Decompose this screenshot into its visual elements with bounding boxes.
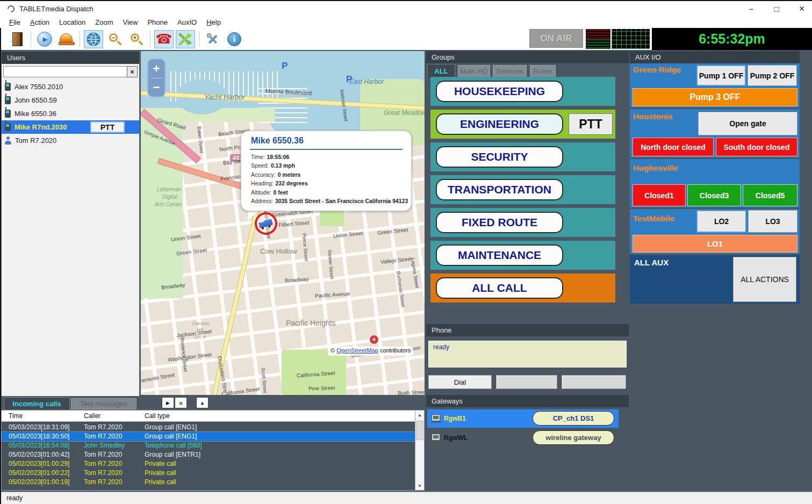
users-panel: Users × Alex 7550.2010John 6550.59Mike 6… — [1, 51, 140, 397]
menu-item-action[interactable]: Action — [25, 17, 54, 27]
popup-field-label: Time: — [251, 154, 265, 160]
map-panel[interactable]: Yacht HarborEast HarborMarina BoulevardG… — [141, 51, 425, 395]
dial-button[interactable]: Dial — [428, 375, 492, 389]
play-icon[interactable]: ▶ — [35, 30, 54, 48]
scroll-down-button[interactable]: ▼ — [415, 481, 424, 490]
phone-status-display[interactable]: ready — [428, 341, 627, 368]
toolbar-separator — [150, 31, 150, 47]
map-label: Bush Street — [398, 389, 425, 395]
group-call-button[interactable]: ALL CALL — [436, 277, 563, 299]
gateway-row[interactable]: RgwWLwireline gateway — [427, 429, 619, 447]
user-ptt-button[interactable]: PTT — [90, 121, 125, 133]
map-label: Yacht Harbor — [204, 93, 245, 101]
zoom-in-icon[interactable]: + — [127, 30, 146, 48]
tab-buses[interactable]: Buses — [530, 65, 556, 77]
group-call-button[interactable]: FIXED ROUTE — [436, 212, 563, 233]
call-type: Telephone call [568] — [145, 442, 202, 449]
tab-incoming-calls[interactable]: Incoming calls — [4, 397, 70, 409]
lo3-button[interactable]: LO3 — [748, 210, 797, 233]
close-button[interactable]: × — [790, 1, 812, 17]
user-list-item[interactable]: John 6550.59 — [2, 93, 139, 107]
tab-text-messages[interactable]: Text messages — [71, 398, 136, 409]
toolbar-separator — [31, 31, 31, 47]
user-list-item[interactable]: Tom R7.2020 — [2, 134, 139, 147]
menu-item-view[interactable]: View — [118, 17, 143, 27]
tab-services[interactable]: Services — [493, 65, 527, 77]
gateway-row[interactable]: RgwB1CP_ch1 DS1 — [427, 409, 619, 428]
zoom-out-icon[interactable]: − — [105, 30, 125, 48]
siren-icon[interactable] — [56, 30, 76, 48]
calls-scrollbar[interactable]: ▲ ▼ — [415, 410, 425, 491]
calls-table-header: Time Caller Call type — [2, 411, 415, 422]
users-search-input[interactable] — [3, 66, 128, 77]
tools-icon[interactable] — [203, 30, 222, 48]
call-row[interactable]: 05/02/2023[01:00:22]Tom R7.2020Private c… — [2, 469, 415, 478]
gateway-channel-button[interactable]: wireline gateway — [533, 430, 614, 445]
call-row[interactable]: 05/02/2023[01:00:19]Tom R7.2020Private c… — [2, 478, 415, 487]
group-call-button[interactable]: MAINTENANCE — [436, 244, 563, 266]
scrollbar-thumb[interactable] — [416, 421, 423, 440]
lo2-button[interactable]: LO2 — [696, 210, 746, 233]
call-row[interactable]: 05/03/2023[18:31:09]Tom R7.2020Group cal… — [2, 423, 415, 432]
scroll-up-button[interactable]: ▲ — [415, 411, 424, 419]
phone-blank-button[interactable] — [496, 375, 557, 389]
group-call-button[interactable]: TRANSPORTATION — [436, 179, 563, 200]
menu-item-auxio[interactable]: AuxIO — [173, 17, 202, 27]
tab-all[interactable]: ALL — [427, 64, 455, 78]
menu-item-phone[interactable]: Phone — [142, 17, 173, 27]
group-call-button[interactable]: HOUSEKEEPING — [436, 81, 563, 102]
menu-item-location[interactable]: Location — [54, 17, 90, 27]
playback-up-button[interactable]: ▲ — [196, 397, 209, 408]
popup-field-label: Heading: — [251, 181, 274, 186]
menu-item-help[interactable]: Help — [202, 17, 226, 27]
globe-map-icon[interactable] — [84, 30, 103, 48]
user-list-item[interactable]: Alex 7550.2010 — [2, 80, 139, 93]
popup-field-value: 232 degrees — [276, 181, 308, 186]
lo1-button[interactable]: LO1 — [633, 235, 797, 253]
playback-stop-button[interactable]: ■ — [175, 397, 187, 408]
map-label: Arts Center — [155, 201, 182, 207]
call-row[interactable]: 05/03/2023[18:30:50]Tom R7.2020Group cal… — [2, 432, 415, 441]
map-zoom-in-button[interactable]: + — [148, 60, 164, 78]
phone-call-icon[interactable]: ☎ — [154, 30, 174, 48]
menu-item-zoom[interactable]: Zoom — [90, 17, 118, 27]
call-row[interactable]: 05/02/2023[01:00:42]Tom R7.2020Group cal… — [2, 450, 415, 459]
gateways-header: Gateways — [426, 395, 629, 407]
user-list-item[interactable]: Mike R7nd.2030PTT — [2, 120, 139, 134]
all-actions-button[interactable]: ALL ACTIONS — [733, 257, 796, 302]
user-list-item[interactable]: Mike 6550.36 — [2, 107, 139, 120]
openstreetmap-link[interactable]: OpenStreetMap — [336, 347, 378, 354]
call-type: Group call [ENG1] — [145, 433, 197, 440]
group-call-button[interactable]: SECURITY — [436, 146, 563, 168]
map-label: Pacific Heights — [286, 319, 336, 327]
pump3-button[interactable]: Pump 3 OFF — [633, 88, 797, 106]
call-row[interactable]: 05/02/2023[01:00:29]Tom R7.2020Private c… — [2, 459, 415, 469]
maximize-button[interactable]: □ — [765, 1, 788, 17]
map-zoom-out-button[interactable]: − — [148, 78, 164, 97]
group-call-button[interactable]: ENGINEERING — [436, 113, 563, 135]
pump2-button[interactable]: Pump 2 OFF — [748, 65, 797, 86]
info-icon[interactable]: i — [225, 30, 244, 48]
popup-field-label: Altitude: — [251, 190, 271, 196]
minimize-button[interactable]: − — [739, 1, 763, 17]
group-ptt-button[interactable]: PTT — [569, 113, 613, 135]
menu-item-file[interactable]: File — [4, 17, 25, 27]
map-popup: Mike 6550.36 Time:18:55:06 Speed:0.13 mp… — [241, 131, 412, 211]
closed1-button[interactable]: Closed1 — [633, 184, 686, 206]
phone-blank-button[interactable] — [562, 375, 626, 389]
open-gate-button[interactable]: Open gate — [698, 112, 797, 135]
search-clear-button[interactable]: × — [127, 66, 138, 77]
call-type: Private call — [145, 460, 176, 467]
playback-play-button[interactable]: ▶ — [162, 397, 174, 408]
gateway-channel-button[interactable]: CP_ch1 DS1 — [533, 411, 614, 426]
north-door-button[interactable]: North door closed — [633, 138, 714, 156]
map-park — [320, 210, 344, 226]
south-door-button[interactable]: South door closed — [716, 138, 797, 156]
closed5-button[interactable]: Closed5 — [743, 184, 797, 206]
closed3-button[interactable]: Closed3 — [687, 184, 741, 206]
call-row[interactable]: 05/03/2023[16:54:08]John SmedleyTelephon… — [2, 441, 415, 450]
tab-main-hq[interactable]: Main HQ — [458, 65, 490, 77]
pump1-button[interactable]: Pump 1 OFF — [696, 65, 746, 86]
crossed-arrows-icon[interactable] — [176, 30, 195, 48]
exit-door-icon[interactable] — [8, 30, 27, 48]
